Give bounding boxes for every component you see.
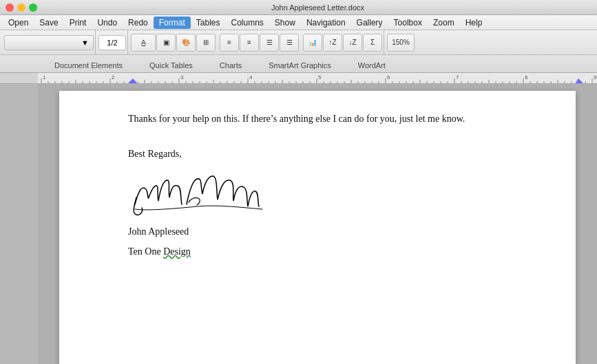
- highlight-icon: A̲: [141, 39, 146, 46]
- menu-open[interactable]: Open: [3, 17, 34, 29]
- table-icon: ⊞: [203, 39, 209, 46]
- menu-format[interactable]: Format: [154, 17, 191, 29]
- menu-redo[interactable]: Redo: [123, 17, 154, 29]
- menu-columns[interactable]: Columns: [225, 17, 269, 29]
- tab-quick-tables[interactable]: Quick Tables: [136, 58, 206, 72]
- window-controls: [6, 3, 37, 12]
- dropdown-arrow-icon: ▼: [81, 39, 89, 47]
- page-indicator: 1/2: [98, 35, 126, 50]
- align-left-button[interactable]: ≡: [220, 34, 239, 52]
- titlebar: John Appleseed Letter.docx: [0, 0, 597, 15]
- list-button[interactable]: ☰: [260, 34, 279, 52]
- sort-asc-button[interactable]: ↑Z: [323, 34, 342, 52]
- zoom-label: 150%: [392, 39, 410, 46]
- left-margin: [0, 84, 38, 364]
- tab-smartart[interactable]: SmartArt Graphics: [255, 58, 344, 72]
- list2-icon: ☰: [286, 39, 293, 46]
- zoom-group: 150%: [386, 30, 416, 54]
- list2-button[interactable]: ☰: [280, 34, 299, 52]
- menu-help[interactable]: Help: [460, 17, 488, 29]
- align-right-button[interactable]: ≡: [240, 34, 259, 52]
- align-right-icon: ≡: [247, 39, 251, 46]
- menu-navigation[interactable]: Navigation: [301, 17, 351, 29]
- sort-desc-icon: ↓Z: [348, 39, 356, 46]
- ribbon-tabs: Document Elements Quick Tables Charts Sm…: [0, 55, 597, 73]
- author-name: John Appleseed: [128, 224, 507, 239]
- ruler-canvas: [0, 73, 597, 84]
- chart-button[interactable]: 📊: [303, 34, 322, 52]
- border-button[interactable]: ▣: [156, 34, 176, 52]
- menu-toolbox[interactable]: Toolbox: [388, 17, 428, 29]
- menu-undo[interactable]: Undo: [92, 17, 123, 29]
- highlight-button[interactable]: A̲: [131, 34, 156, 52]
- close-button[interactable]: [6, 3, 14, 12]
- menu-zoom[interactable]: Zoom: [428, 17, 460, 29]
- document-area: Thanks for your help on this. If there’s…: [0, 84, 597, 364]
- sort-asc-icon: ↑Z: [328, 39, 336, 46]
- greeting: Best Regards,: [128, 147, 507, 161]
- menubar: Open Save Print Undo Redo Format Tables …: [0, 15, 597, 30]
- toolbar: ▼ 1/2 A̲ ▣ 🎨 ⊞ ≡ ≡ ☰ ☰ 📊: [0, 30, 597, 55]
- document-page[interactable]: Thanks for your help on this. If there’s…: [59, 91, 576, 364]
- format-buttons: A̲ ▣ 🎨 ⊞ ≡ ≡ ☰ ☰ 📊 ↑Z ↓Z: [129, 30, 384, 54]
- page-wrapper: Thanks for your help on this. If there’s…: [38, 84, 597, 364]
- divider2: [300, 34, 302, 52]
- tab-document-elements[interactable]: Document Elements: [41, 58, 136, 72]
- zoom-display[interactable]: 150%: [387, 34, 415, 52]
- color-button[interactable]: 🎨: [176, 34, 196, 52]
- color-icon: 🎨: [182, 39, 190, 46]
- style-group: ▼: [3, 30, 96, 54]
- minimize-button[interactable]: [17, 3, 25, 12]
- chart-icon: 📊: [308, 39, 317, 46]
- divider1: [216, 34, 219, 52]
- sum-button[interactable]: Σ: [363, 34, 382, 52]
- align-left-icon: ≡: [227, 39, 231, 46]
- ruler: [0, 73, 597, 84]
- menu-show[interactable]: Show: [269, 17, 301, 29]
- company-name: Ten One Design: [128, 244, 507, 259]
- page-group: 1/2: [97, 30, 128, 54]
- company-text: Ten One: [128, 246, 163, 257]
- table-button[interactable]: ⊞: [196, 34, 216, 52]
- tab-wordart[interactable]: WordArt: [345, 58, 399, 72]
- menu-save[interactable]: Save: [34, 17, 63, 29]
- list-icon: ☰: [266, 39, 273, 46]
- menu-tables[interactable]: Tables: [191, 17, 226, 29]
- style-dropdown[interactable]: ▼: [4, 35, 94, 50]
- border-icon: ▣: [163, 39, 169, 46]
- signature-image: [128, 167, 280, 222]
- window-title: John Appleseed Letter.docx: [44, 3, 591, 12]
- menu-print[interactable]: Print: [64, 17, 92, 29]
- menu-gallery[interactable]: Gallery: [351, 17, 388, 29]
- tab-charts[interactable]: Charts: [207, 58, 255, 72]
- maximize-button[interactable]: [29, 3, 37, 12]
- signature-area: Best Regards, John Appleseed Ten One Des…: [128, 147, 507, 259]
- sort-desc-button[interactable]: ↓Z: [343, 34, 362, 52]
- company-design: Design: [163, 246, 191, 257]
- sum-icon: Σ: [370, 39, 375, 46]
- paragraph1: Thanks for your help on this. If there’s…: [128, 111, 507, 126]
